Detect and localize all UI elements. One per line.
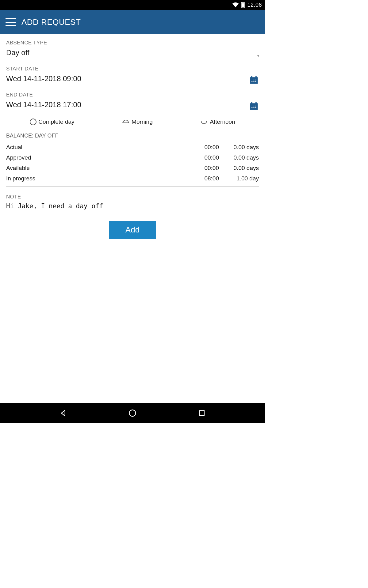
daypart-morning[interactable]: Morning — [122, 118, 153, 126]
svg-point-7 — [253, 81, 254, 82]
balance-row-days: 0.00 days — [219, 163, 259, 173]
absence-type-select[interactable]: Day off — [6, 48, 259, 59]
svg-rect-11 — [250, 103, 258, 110]
absence-type-value: Day off — [6, 48, 29, 57]
svg-point-18 — [255, 105, 256, 106]
balance-title: BALANCE: DAY OFF — [6, 133, 259, 139]
svg-point-6 — [251, 81, 252, 82]
start-date-value: Wed 14-11-2018 09:00 — [6, 74, 81, 83]
balance-row: Actual00:000.00 days — [6, 142, 259, 153]
absence-type-label: ABSENCE TYPE — [6, 40, 259, 46]
recent-icon — [198, 409, 205, 417]
balance-row-days: 1.00 day — [219, 173, 259, 184]
battery-icon — [241, 2, 245, 8]
start-date-block: START DATE Wed 14-11-2018 09:00 — [6, 66, 259, 85]
menu-icon[interactable] — [6, 18, 16, 26]
svg-rect-12 — [251, 102, 252, 104]
afternoon-icon — [200, 118, 208, 126]
android-nav-bar — [0, 403, 265, 423]
end-date-input[interactable]: Wed 14-11-2018 17:00 — [6, 100, 245, 111]
svg-point-8 — [255, 81, 256, 82]
balance-row-label: Approved — [6, 153, 182, 163]
end-date-calendar-button[interactable] — [249, 101, 259, 111]
svg-point-17 — [253, 105, 254, 106]
svg-point-10 — [255, 79, 256, 80]
svg-point-15 — [253, 107, 254, 108]
balance-row: Available00:000.00 days — [6, 163, 259, 173]
balance-row-label: In progress — [6, 173, 182, 184]
home-icon — [128, 409, 137, 417]
nav-recent-button[interactable] — [196, 407, 208, 419]
daypart-options: Complete day Morning Afternoon — [6, 118, 259, 126]
morning-icon — [122, 118, 130, 126]
app-bar: ADD REQUEST — [0, 10, 265, 34]
svg-rect-5 — [255, 76, 257, 78]
svg-rect-22 — [199, 411, 204, 416]
add-button[interactable]: Add — [109, 221, 156, 239]
balance-row-label: Available — [6, 163, 182, 173]
balance-row-hours: 00:00 — [182, 142, 219, 153]
start-date-input[interactable]: Wed 14-11-2018 09:00 — [6, 74, 245, 85]
status-time: 12:06 — [247, 2, 262, 8]
balance-row-hours: 00:00 — [182, 153, 219, 163]
svg-point-9 — [253, 79, 254, 80]
note-input[interactable]: Hi Jake, I need a day off — [6, 202, 259, 211]
balance-row-days: 0.00 days — [219, 153, 259, 163]
svg-point-16 — [255, 107, 256, 108]
daypart-afternoon-label: Afternoon — [210, 119, 235, 125]
back-icon — [59, 409, 67, 417]
daypart-afternoon[interactable]: Afternoon — [200, 118, 235, 126]
balance-section: BALANCE: DAY OFF Actual00:000.00 daysApp… — [6, 133, 259, 187]
daypart-complete-label: Complete day — [38, 119, 74, 125]
balance-row: In progress08:001.00 day — [6, 173, 259, 184]
form-content: ABSENCE TYPE Day off START DATE Wed 14-1… — [0, 34, 265, 403]
divider — [6, 186, 259, 187]
svg-rect-2 — [242, 3, 244, 8]
calendar-icon — [249, 101, 259, 111]
chevron-down-icon — [257, 55, 259, 57]
nav-home-button[interactable] — [126, 407, 139, 419]
note-label: NOTE — [6, 194, 259, 200]
end-date-value: Wed 14-11-2018 17:00 — [6, 100, 81, 109]
balance-row: Approved00:000.00 days — [6, 153, 259, 163]
balance-row-label: Actual — [6, 142, 182, 153]
note-block: NOTE Hi Jake, I need a day off — [6, 194, 259, 212]
balance-row-days: 0.00 days — [219, 142, 259, 153]
calendar-icon — [249, 75, 259, 85]
svg-rect-4 — [251, 76, 252, 78]
end-date-block: END DATE Wed 14-11-2018 17:00 — [6, 92, 259, 111]
balance-row-hours: 00:00 — [182, 163, 219, 173]
daypart-morning-label: Morning — [132, 119, 153, 125]
daypart-complete-day[interactable]: Complete day — [30, 119, 74, 125]
android-status-bar: 12:06 — [0, 0, 265, 10]
nav-back-button[interactable] — [57, 407, 69, 419]
start-date-calendar-button[interactable] — [249, 75, 259, 85]
svg-point-14 — [251, 107, 252, 108]
svg-point-21 — [129, 410, 136, 417]
svg-rect-13 — [255, 102, 257, 104]
radio-icon — [30, 119, 36, 125]
balance-table: Actual00:000.00 daysApproved00:000.00 da… — [6, 142, 259, 184]
svg-rect-3 — [250, 77, 258, 84]
page-title: ADD REQUEST — [21, 17, 81, 27]
end-date-label: END DATE — [6, 92, 259, 98]
balance-row-hours: 08:00 — [182, 173, 219, 184]
start-date-label: START DATE — [6, 66, 259, 72]
wifi-icon — [232, 2, 239, 8]
absence-type-block: ABSENCE TYPE Day off — [6, 40, 259, 59]
